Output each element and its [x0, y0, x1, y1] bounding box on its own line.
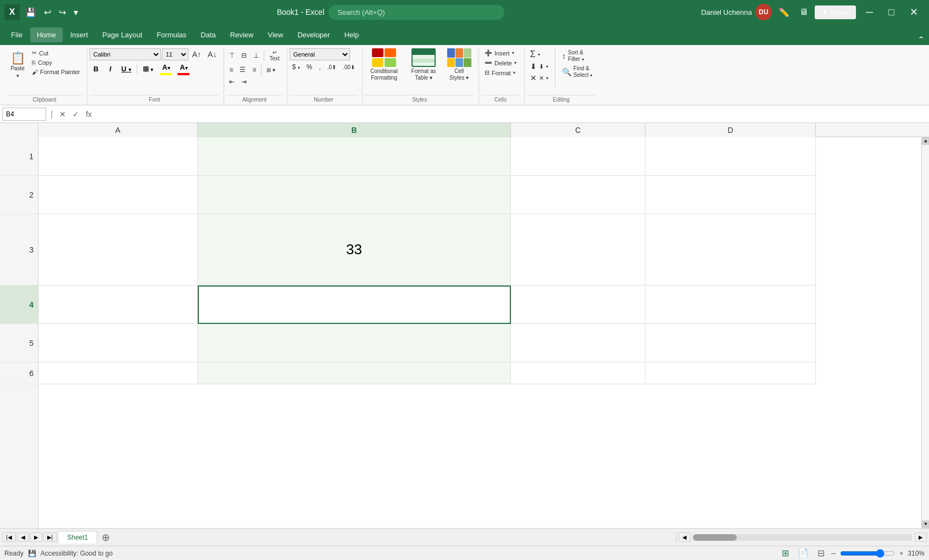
- save-button[interactable]: 💾: [23, 6, 38, 19]
- maximize-button[interactable]: □: [882, 4, 901, 20]
- vertical-scrollbar[interactable]: ▲ ▼: [921, 137, 929, 528]
- cell-b6[interactable]: [198, 362, 511, 384]
- sheet-tab-sheet1[interactable]: Sheet1: [58, 531, 97, 544]
- cell-c6[interactable]: [511, 362, 646, 384]
- menu-insert[interactable]: Insert: [64, 27, 95, 42]
- cell-b5[interactable]: [198, 324, 511, 362]
- menu-help[interactable]: Help: [338, 27, 366, 42]
- fill-button[interactable]: ⬇ ⬇ ▾: [527, 61, 552, 72]
- comma-style-button[interactable]: ,: [316, 62, 323, 72]
- decrease-decimal-button[interactable]: .00⬇: [340, 63, 358, 71]
- close-button[interactable]: ✕: [903, 4, 925, 20]
- cell-c2[interactable]: [511, 176, 646, 214]
- cell-d3[interactable]: [646, 214, 816, 285]
- bold-button[interactable]: B: [90, 64, 103, 74]
- row-header-5[interactable]: 5: [0, 324, 38, 362]
- zoom-slider[interactable]: [840, 549, 895, 558]
- row-header-3[interactable]: 3: [0, 214, 38, 285]
- menu-file[interactable]: File: [4, 27, 29, 42]
- redo-button[interactable]: ↪: [57, 6, 68, 19]
- find-select-button[interactable]: 🔍 Find &Select ▾: [559, 64, 596, 80]
- cell-c1[interactable]: [511, 137, 646, 176]
- currency-button[interactable]: $ ▾: [290, 62, 303, 72]
- display-icon[interactable]: 🖥: [796, 6, 811, 18]
- h-scrollbar-thumb[interactable]: [693, 534, 737, 541]
- format-as-table-button[interactable]: Format asTable ▾: [404, 48, 443, 81]
- scroll-up-button[interactable]: ▲: [922, 137, 929, 145]
- cell-d1[interactable]: [646, 137, 816, 176]
- minimize-button[interactable]: ─: [859, 4, 880, 20]
- sheet-nav-first-button[interactable]: |◀: [2, 533, 16, 542]
- cell-a4[interactable]: [38, 285, 198, 324]
- delete-button[interactable]: ➖ Delete ▾: [481, 58, 520, 68]
- insert-button[interactable]: ➕ Insert ▾: [481, 48, 520, 58]
- decrease-indent-button[interactable]: ⇤: [226, 77, 237, 87]
- menu-formulas[interactable]: Formulas: [150, 27, 193, 42]
- cut-button[interactable]: ✂ Cut: [30, 48, 82, 58]
- cell-reference-input[interactable]: [2, 108, 46, 121]
- row-header-6[interactable]: 6: [0, 362, 38, 384]
- search-input[interactable]: [329, 5, 504, 20]
- paste-button[interactable]: 📋 Paste ▾: [7, 48, 29, 82]
- cell-c5[interactable]: [511, 324, 646, 362]
- menu-review[interactable]: Review: [224, 27, 260, 42]
- h-scrollbar-track[interactable]: [693, 534, 913, 541]
- font-name-select[interactable]: Calibri: [90, 48, 161, 60]
- cell-d6[interactable]: [646, 362, 816, 384]
- normal-view-button[interactable]: ⊞: [780, 547, 791, 559]
- cell-a3[interactable]: [38, 214, 198, 285]
- cell-d5[interactable]: [646, 324, 816, 362]
- cell-b4[interactable]: [198, 285, 511, 324]
- right-align-button[interactable]: ≡: [249, 65, 259, 75]
- menu-data[interactable]: Data: [194, 27, 222, 42]
- merge-button[interactable]: ⊞ ▾: [264, 66, 278, 74]
- cell-a6[interactable]: [38, 362, 198, 384]
- undo-button[interactable]: ↩: [42, 6, 53, 19]
- hscroll-right-button[interactable]: ▶: [915, 533, 927, 542]
- zoom-minus-icon[interactable]: ─: [831, 550, 836, 557]
- row-header-1[interactable]: 1: [0, 137, 38, 176]
- col-header-a[interactable]: A: [38, 123, 198, 137]
- row-header-4[interactable]: 4: [0, 285, 38, 324]
- underline-button[interactable]: U ▾: [118, 64, 135, 74]
- cell-a2[interactable]: [38, 176, 198, 214]
- ribbon-collapse-button[interactable]: ⌃: [917, 35, 925, 45]
- font-color-button[interactable]: A▾: [175, 62, 192, 72]
- conditional-formatting-button[interactable]: Conditional Formatting: [365, 48, 403, 81]
- format-button[interactable]: ⊟ Format ▾: [481, 68, 520, 77]
- menu-page-layout[interactable]: Page Layout: [96, 27, 149, 42]
- top-align-button[interactable]: ⊤: [226, 51, 237, 60]
- wrap-text-button[interactable]: ↵Text: [266, 48, 282, 63]
- cell-b2[interactable]: [198, 176, 511, 214]
- col-header-c[interactable]: C: [511, 123, 646, 137]
- fill-color-button[interactable]: A▾: [158, 62, 174, 72]
- page-layout-view-button[interactable]: 📄: [796, 547, 811, 559]
- format-painter-button[interactable]: 🖌 Format Painter: [30, 68, 82, 76]
- menu-home[interactable]: Home: [30, 27, 63, 42]
- customize-quick-access-button[interactable]: ▾: [71, 6, 80, 19]
- left-align-button[interactable]: ≡: [226, 65, 236, 75]
- increase-decimal-button[interactable]: .0⬆: [325, 63, 339, 71]
- scroll-track[interactable]: [922, 145, 929, 520]
- share-button[interactable]: ⬆ Share: [815, 5, 856, 19]
- cell-b3[interactable]: 33: [198, 214, 511, 285]
- cell-c3[interactable]: [511, 214, 646, 285]
- cell-styles-button[interactable]: CellStyles ▾: [444, 48, 474, 81]
- copy-button[interactable]: ⎘ Copy: [30, 58, 82, 67]
- zoom-plus-icon[interactable]: +: [899, 550, 903, 557]
- menu-view[interactable]: View: [261, 27, 290, 42]
- autosum-button[interactable]: Σ ▾: [527, 48, 543, 60]
- menu-developer[interactable]: Developer: [291, 27, 336, 42]
- add-sheet-button[interactable]: ⊕: [98, 530, 113, 545]
- italic-button[interactable]: I: [104, 64, 117, 74]
- scroll-down-button[interactable]: ▼: [922, 520, 929, 528]
- row-header-2[interactable]: 2: [0, 176, 38, 214]
- font-size-select[interactable]: 11: [162, 48, 188, 60]
- pen-icon[interactable]: ✏️: [775, 6, 793, 19]
- insert-function-button[interactable]: fx: [84, 109, 94, 120]
- cell-c4[interactable]: [511, 285, 646, 324]
- sheet-nav-prev-button[interactable]: ◀: [17, 533, 29, 542]
- decrease-font-size-button[interactable]: A↓: [205, 49, 219, 60]
- confirm-formula-button[interactable]: ✓: [70, 109, 81, 120]
- cancel-formula-button[interactable]: ✕: [57, 109, 68, 120]
